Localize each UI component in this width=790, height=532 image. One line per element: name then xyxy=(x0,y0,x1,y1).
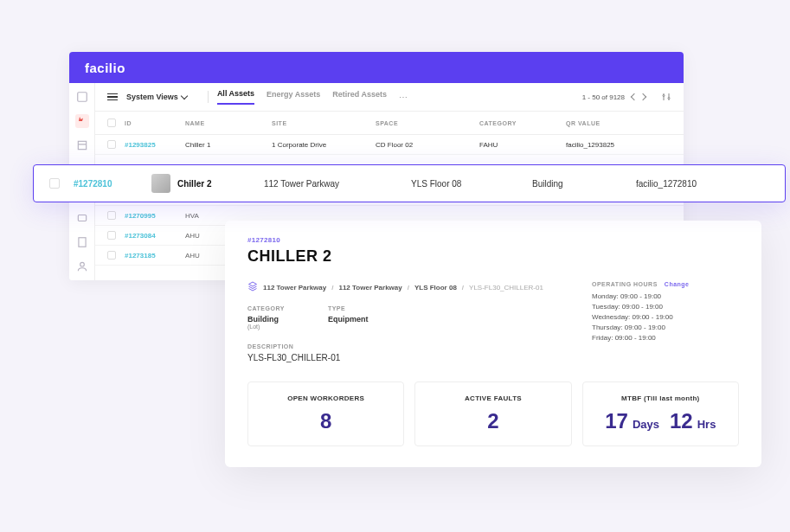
page-next-icon[interactable] xyxy=(639,93,646,100)
column-settings-icon[interactable] xyxy=(661,92,671,102)
sidebar-icon-6[interactable] xyxy=(75,211,89,225)
meta-category: CATEGORY Building (Lot) xyxy=(247,305,285,330)
row-id-link[interactable]: #1272810 xyxy=(74,179,151,189)
row-id-link[interactable]: #1293825 xyxy=(125,141,185,149)
operating-hours: OPERATING HOURS Change Monday: 09:00 - 1… xyxy=(592,281,739,362)
sidebar-icon-7[interactable] xyxy=(75,235,89,249)
detail-id: #1272810 xyxy=(247,236,739,244)
table-header: ID NAME SITE SPACE CATEGORY QR VALUE xyxy=(95,112,684,135)
svg-rect-0 xyxy=(77,93,87,102)
row-checkbox[interactable] xyxy=(107,211,116,220)
col-space: SPACE xyxy=(376,120,479,126)
pagination: 1 - 50 of 9128 xyxy=(582,92,671,102)
svg-point-13 xyxy=(668,98,670,99)
tab-retired-assets[interactable]: Retired Assets xyxy=(332,90,387,104)
col-qr: QR VALUE xyxy=(566,120,671,126)
row-id-link[interactable]: #1270995 xyxy=(125,212,185,220)
asset-detail-panel: #1272810 CHILLER 2 112 Tower Parkway/ 11… xyxy=(225,221,761,467)
svg-point-12 xyxy=(663,95,665,97)
sidebar-icon-1[interactable] xyxy=(75,90,89,104)
hamburger-icon[interactable] xyxy=(107,93,118,101)
change-hours-link[interactable]: Change xyxy=(665,281,690,287)
asset-name: Chiller 2 xyxy=(177,179,211,189)
col-name: NAME xyxy=(185,120,272,126)
col-category: CATEGORY xyxy=(479,120,566,126)
row-checkbox[interactable] xyxy=(107,140,116,149)
svg-rect-7 xyxy=(78,215,86,221)
row-id-link[interactable]: #1273185 xyxy=(125,252,185,260)
col-id: ID xyxy=(125,120,185,126)
stack-icon xyxy=(247,281,258,293)
svg-rect-8 xyxy=(78,238,85,247)
col-site: SITE xyxy=(272,120,376,126)
meta-type: TYPE Equipment xyxy=(328,305,369,330)
stat-active-faults[interactable]: ACTIVE FAULTS 2 xyxy=(414,381,571,446)
row-checkbox[interactable] xyxy=(107,231,116,240)
row-checkbox[interactable] xyxy=(49,178,60,189)
app-header: facilio xyxy=(69,52,684,83)
view-dropdown[interactable]: System Views xyxy=(126,93,187,101)
filter-bar: System Views All Assets Energy Assets Re… xyxy=(95,83,684,112)
description-block: DESCRIPTION YLS-FL30_CHILLER-01 xyxy=(247,343,571,362)
breadcrumb: 112 Tower Parkway/ 112 Tower Parkway/ YL… xyxy=(247,281,571,293)
brand-logo: facilio xyxy=(85,61,125,75)
tab-all-assets[interactable]: All Assets xyxy=(217,89,254,105)
page-prev-icon[interactable] xyxy=(631,93,638,100)
sidebar-icon-3[interactable] xyxy=(75,138,89,152)
chevron-down-icon xyxy=(181,93,188,99)
detail-title: CHILLER 2 xyxy=(247,247,739,266)
sidebar-icon-2[interactable] xyxy=(75,114,89,128)
tab-energy-assets[interactable]: Energy Assets xyxy=(267,90,320,104)
stat-open-workorders[interactable]: OPEN WORKORDERS 8 xyxy=(247,381,404,446)
row-checkbox[interactable] xyxy=(107,251,116,260)
more-icon[interactable]: ⋯ xyxy=(399,93,408,102)
selected-row-overlay[interactable]: #1272810 Chiller 2 112 Tower Parkway YLS… xyxy=(33,164,786,202)
svg-point-9 xyxy=(80,262,84,266)
asset-thumbnail xyxy=(151,174,170,193)
select-all-checkbox[interactable] xyxy=(107,119,116,127)
table-row[interactable]: #1293825 Chiller 1 1 Corporate Drive CD … xyxy=(95,135,684,155)
row-id-link[interactable]: #1273084 xyxy=(125,232,185,240)
sidebar-icon-8[interactable] xyxy=(75,260,89,273)
stat-mtbf[interactable]: MTBF (Till last month) 17Days 12Hrs xyxy=(582,381,739,446)
svg-rect-1 xyxy=(78,141,86,149)
